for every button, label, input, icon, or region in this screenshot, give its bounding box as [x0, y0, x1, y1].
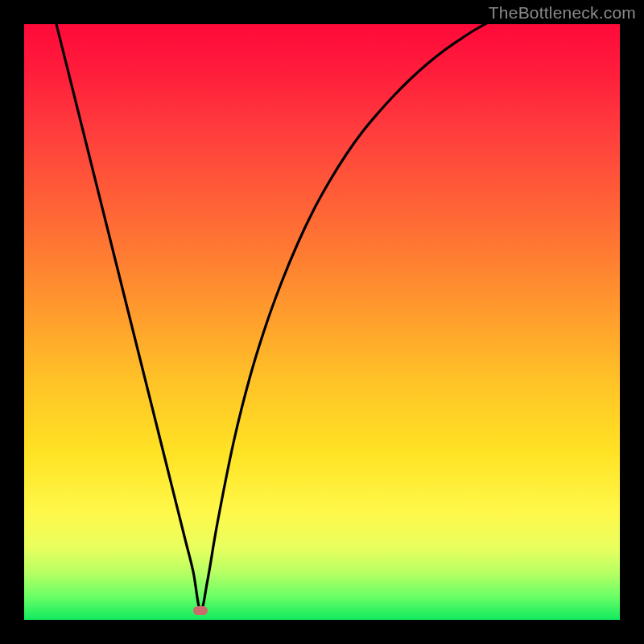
bottleneck-curve — [24, 24, 620, 620]
plot-area — [24, 24, 620, 620]
optimum-marker — [193, 606, 208, 615]
attribution-text: TheBottleneck.com — [489, 3, 636, 23]
chart-frame: TheBottleneck.com — [0, 0, 644, 644]
